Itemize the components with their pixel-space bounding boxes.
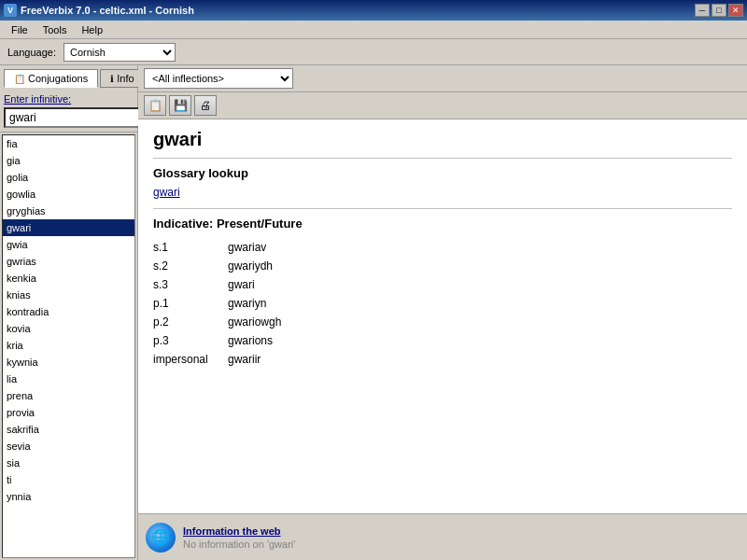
conj-person: s.2: [153, 259, 228, 273]
close-button[interactable]: ✕: [728, 4, 743, 17]
print-button[interactable]: 🖨: [194, 95, 217, 116]
tab-conjugations-label: Conjugations: [28, 73, 88, 84]
conj-form: gwari: [228, 277, 255, 292]
info-web-title[interactable]: Information the web: [183, 525, 295, 537]
minimize-button[interactable]: ─: [695, 4, 710, 17]
list-item[interactable]: gia: [3, 152, 134, 169]
list-item[interactable]: kria: [3, 337, 134, 354]
inflection-select[interactable]: <All inflections> Present/Future Past Im…: [144, 68, 293, 89]
list-item[interactable]: gwia: [3, 236, 134, 253]
conj-person: impersonal: [153, 352, 228, 367]
bottom-info: Information the web No information on 'g…: [183, 525, 295, 550]
menu-file[interactable]: File: [4, 22, 35, 37]
list-item[interactable]: gwrias: [3, 253, 134, 270]
menu-help[interactable]: Help: [74, 22, 110, 37]
list-item[interactable]: sevia: [3, 438, 134, 455]
tab-bar: 📋 Conjugations ℹ Info: [0, 65, 137, 88]
app-icon: V: [4, 4, 17, 17]
info-icon: ℹ: [110, 74, 114, 84]
content-area: gwari Glossary lookup gwari Indicative: …: [138, 119, 747, 513]
list-item[interactable]: kenkia: [3, 270, 134, 287]
list-item[interactable]: lia: [3, 371, 134, 387]
language-select[interactable]: Cornish Welsh Breton Irish: [63, 43, 176, 62]
table-row: s.3gwari: [153, 275, 732, 294]
tab-info-label: Info: [117, 73, 134, 84]
window-controls: ─ □ ✕: [695, 4, 743, 17]
verb-input[interactable]: [4, 107, 155, 128]
table-row: s.1gwariav: [153, 238, 732, 257]
right-toolbar: <All inflections> Present/Future Past Im…: [138, 65, 747, 92]
list-item[interactable]: prena: [3, 387, 134, 404]
maximize-button[interactable]: □: [712, 4, 726, 17]
table-row: p.3gwarions: [153, 331, 732, 350]
list-item[interactable]: sakrifia: [3, 421, 134, 438]
right-panel: <All inflections> Present/Future Past Im…: [138, 65, 747, 560]
conj-form: gwariir: [228, 352, 261, 367]
conjugations-icon: 📋: [14, 74, 25, 84]
title-bar-left: V FreeVerbix 7.0 - celtic.xml - Cornish: [4, 4, 194, 17]
list-item[interactable]: kywnia: [3, 354, 134, 371]
list-item[interactable]: knias: [3, 287, 134, 303]
language-label: Language:: [7, 47, 56, 58]
list-item[interactable]: golia: [3, 169, 134, 186]
right-action-toolbar: 📋 💾 🖨: [138, 92, 747, 119]
left-panel: 📋 Conjugations ℹ Info Enter infinitive: …: [0, 65, 138, 560]
title-bar: V FreeVerbix 7.0 - celtic.xml - Cornish …: [0, 0, 747, 21]
save-button[interactable]: 💾: [169, 95, 191, 116]
verb-title: gwari: [153, 129, 732, 150]
language-bar: Language: Cornish Welsh Breton Irish: [0, 39, 747, 65]
list-item[interactable]: provia: [3, 404, 134, 421]
divider-2: [153, 208, 732, 209]
divider-1: [153, 158, 732, 159]
word-list-container: fiagiagoliagowliagryghiasgwarigwiagwrias…: [0, 133, 137, 560]
conjugation-title: Indicative: Present/Future: [153, 217, 732, 231]
conj-person: p.1: [153, 296, 228, 311]
list-item[interactable]: gowlia: [3, 186, 134, 203]
input-row: ▶: [4, 107, 134, 128]
table-row: s.2gwariydh: [153, 257, 732, 275]
input-label: Enter infinitive:: [4, 93, 134, 105]
conj-person: s.3: [153, 277, 228, 292]
glossary-word[interactable]: gwari: [153, 186, 732, 199]
word-list: fiagiagoliagowliagryghiasgwarigwiagwrias…: [2, 134, 135, 558]
list-item[interactable]: gwari: [3, 219, 134, 236]
table-row: impersonalgwariir: [153, 350, 732, 369]
title-text: FreeVerbix 7.0 - celtic.xml - Cornish: [21, 5, 194, 16]
list-item[interactable]: fia: [3, 135, 134, 152]
table-row: p.1gwariyn: [153, 294, 732, 313]
menu-tools[interactable]: Tools: [35, 22, 75, 37]
conj-form: gwariydh: [228, 259, 273, 273]
table-row: p.2gwariowgh: [153, 313, 732, 331]
conj-form: gwariowgh: [228, 315, 281, 329]
list-item[interactable]: ti: [3, 471, 134, 488]
list-item[interactable]: kontradia: [3, 303, 134, 320]
conj-person: p.2: [153, 315, 228, 329]
conj-form: gwariav: [228, 240, 266, 255]
conjugation-table: s.1gwariavs.2gwariydhs.3gwarip.1gwariynp…: [153, 238, 732, 369]
list-item[interactable]: kovia: [3, 320, 134, 337]
conj-person: s.1: [153, 240, 228, 255]
tab-conjugations[interactable]: 📋 Conjugations: [4, 69, 98, 88]
copy-button[interactable]: 📋: [144, 95, 166, 116]
input-area: Enter infinitive: ▶: [0, 88, 137, 133]
list-item[interactable]: ynnia: [3, 488, 134, 505]
glossary-title: Glossary lookup: [153, 166, 732, 180]
conj-form: gwarions: [228, 333, 273, 348]
conj-person: p.3: [153, 333, 228, 348]
info-no-info: No information on 'gwari': [183, 539, 295, 550]
list-item[interactable]: sia: [3, 455, 134, 471]
web-icon: 🌐: [146, 523, 176, 553]
list-item[interactable]: gryghias: [3, 203, 134, 219]
main-container: 📋 Conjugations ℹ Info Enter infinitive: …: [0, 65, 747, 560]
menu-bar: File Tools Help: [0, 21, 747, 39]
conj-form: gwariyn: [228, 296, 266, 311]
bottom-bar: 🌐 Information the web No information on …: [138, 513, 747, 560]
